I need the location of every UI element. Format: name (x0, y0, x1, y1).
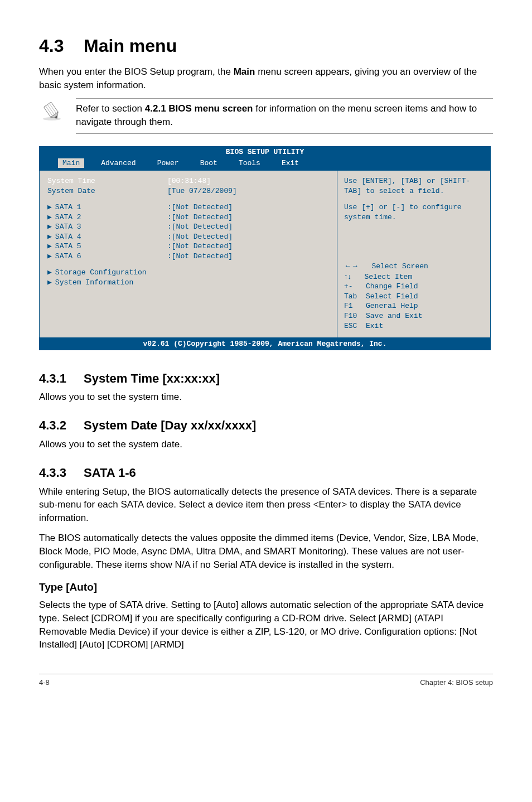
bios-legend-select-field: Tab Select Field (344, 292, 483, 302)
bios-tab-boot: Boot (196, 158, 222, 168)
bios-sata1-value: :[Not Detected] (167, 202, 233, 212)
bios-storage-config: ▶Storage Configuration (47, 268, 167, 278)
note-pencil-icon (39, 98, 65, 124)
bios-sata6-label: ▶SATA 6 (47, 252, 167, 262)
bios-legend-change-field: +- Change Field (344, 282, 483, 292)
bios-tab-bar: Main Advanced Power Boot Tools Exit (39, 157, 491, 171)
intro-paragraph: When you enter the BIOS Setup program, t… (39, 65, 493, 92)
subsection-432-text: Allows you to set the system date. (39, 438, 493, 451)
bios-tab-exit: Exit (277, 158, 303, 168)
footer-divider (39, 674, 493, 674)
bios-tab-power: Power (153, 158, 183, 168)
bios-copyright: v02.61 (C)Copyright 1985-2009, American … (39, 338, 491, 350)
bios-title: BIOS SETUP UTILITY (39, 146, 491, 157)
bios-sata3-label: ▶SATA 3 (47, 222, 167, 232)
bios-tab-main: Main (58, 158, 84, 168)
bios-sata2-value: :[Not Detected] (167, 212, 233, 223)
bios-system-time-label: System Time (47, 176, 167, 186)
type-auto-text: Selects the type of SATA drive. Setting … (39, 598, 493, 651)
bios-system-info: ▶System Information (47, 278, 167, 288)
bios-sata5-value: :[Not Detected] (167, 241, 233, 252)
subsection-431-text: Allows you to set the system time. (39, 390, 493, 404)
bios-sata4-label: ▶SATA 4 (47, 232, 167, 242)
subsection-433-p2: The BIOS automatically detects the value… (39, 532, 493, 571)
bios-left-panel: System Time [00:31:48] System Date [Tue … (39, 170, 337, 338)
bios-help-text-1: Use [ENTER], [TAB] or [SHIFT-TAB] to sel… (344, 176, 483, 196)
subsection-432: 4.3.2System Date [Day xx/xx/xxxx] (39, 417, 493, 434)
bios-system-time-value: [00:31:48] (167, 176, 211, 186)
subsection-433-p1: While entering Setup, the BIOS automatic… (39, 485, 493, 525)
page-number: 4-8 (39, 678, 50, 688)
bios-sata1-label: ▶SATA 1 (47, 202, 167, 212)
section-number: 4.3 (39, 36, 64, 56)
section-heading: 4.3 Main menu (39, 33, 493, 59)
bios-legend-select-item: ↑↓ Select Item (344, 272, 483, 282)
note-text: Refer to section 4.2.1 BIOS menu screen … (76, 98, 493, 134)
subsection-433: 4.3.3SATA 1-6 (39, 465, 493, 482)
bios-system-date-label: System Date (47, 186, 167, 196)
bios-screenshot: BIOS SETUP UTILITY Main Advanced Power B… (39, 146, 491, 350)
bios-system-date-value: [Tue 07/28/2009] (167, 186, 237, 196)
bios-help-text-2: Use [+] or [-] to configure system time. (344, 202, 483, 222)
bios-tab-tools: Tools (234, 158, 265, 168)
type-auto-heading: Type [Auto] (39, 580, 493, 595)
bios-legend-select-screen: ←→ Select Screen (344, 261, 483, 272)
bios-legend-general-help: F1 General Help (344, 301, 483, 311)
subsection-431: 4.3.1System Time [xx:xx:xx] (39, 370, 493, 388)
bios-tab-advanced: Advanced (96, 158, 140, 168)
bios-sata4-value: :[Not Detected] (167, 232, 233, 242)
bios-sata3-value: :[Not Detected] (167, 222, 233, 232)
bios-legend-exit: ESC Exit (344, 321, 483, 331)
chapter-label: Chapter 4: BIOS setup (420, 678, 493, 688)
bios-sata2-label: ▶SATA 2 (47, 212, 167, 223)
bios-sata5-label: ▶SATA 5 (47, 241, 167, 252)
bios-legend-save-exit: F10 Save and Exit (344, 311, 483, 321)
bios-sata6-value: :[Not Detected] (167, 252, 233, 262)
section-title-text: Main menu (84, 36, 177, 56)
bios-right-panel: Use [ENTER], [TAB] or [SHIFT-TAB] to sel… (337, 170, 491, 338)
